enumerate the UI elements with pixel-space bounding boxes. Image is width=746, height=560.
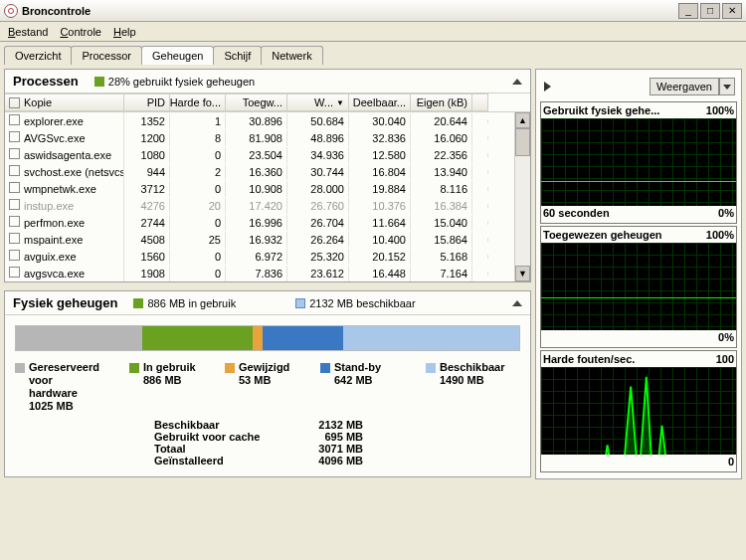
tab-overzicht[interactable]: Overzicht — [4, 46, 72, 65]
processes-panel: Processen 28% gebruikt fysiek geheugen K… — [4, 69, 531, 282]
legend-standby-swatch — [320, 363, 330, 373]
table-row[interactable]: perfmon.exe2744016.99626.70411.66415.040 — [5, 214, 530, 231]
tab-schijf[interactable]: Schijf — [213, 46, 262, 65]
memory-legend: Gereserveerd voor hardware1025 MB In geb… — [5, 355, 530, 413]
memory-bar — [15, 325, 520, 351]
available-icon — [295, 298, 305, 308]
graphs-sidebar: Weergaven Gebruikt fysiek gehe...100% 60… — [535, 69, 742, 479]
inuse-icon — [133, 298, 143, 308]
select-all-checkbox[interactable] — [9, 97, 20, 108]
menu-help[interactable]: Help — [113, 26, 136, 38]
table-row[interactable]: avgsvca.exe190807.83623.61216.4487.164 — [5, 265, 530, 281]
processes-title: Processen — [13, 74, 79, 89]
row-checkbox[interactable] — [9, 182, 20, 193]
col-werkset[interactable]: W... ▼ — [287, 93, 349, 111]
tab-processor[interactable]: Processor — [71, 46, 142, 65]
tab-netwerk[interactable]: Netwerk — [261, 46, 322, 65]
row-checkbox[interactable] — [9, 114, 20, 125]
hard-faults-svg — [541, 367, 736, 455]
process-scroll[interactable]: ▲ ▼ — [514, 112, 530, 281]
col-pid[interactable]: PID — [124, 93, 170, 111]
col-kopie[interactable]: Kopie — [5, 93, 124, 111]
legend-inuse-swatch — [129, 363, 139, 373]
table-row[interactable]: explorer.exe1352130.89650.68430.04020.64… — [5, 112, 530, 129]
table-row[interactable]: instup.exe42762017.42026.76010.37616.384 — [5, 197, 530, 214]
processes-summary: 28% gebruikt fysiek geheugen — [94, 76, 255, 88]
legend-free-swatch — [426, 363, 436, 373]
row-checkbox[interactable] — [9, 148, 20, 159]
table-row[interactable]: AVGSvc.exe1200881.90848.89632.83616.060 — [5, 129, 530, 146]
col-deelbaar[interactable]: Deelbaar... — [349, 93, 411, 111]
views-dropdown[interactable] — [719, 78, 735, 95]
memory-in-use: 886 MB in gebruik — [133, 297, 236, 309]
scroll-thumb[interactable] — [515, 128, 530, 156]
graph-physical: Gebruikt fysiek gehe...100% 60 seconden0… — [540, 101, 737, 224]
memory-available: 2132 MB beschikbaar — [295, 297, 415, 309]
row-checkbox[interactable] — [9, 165, 20, 176]
table-row[interactable]: wmpnetwk.exe3712010.90828.00019.8848.116 — [5, 180, 530, 197]
table-row[interactable]: aswidsagenta.exe1080023.50434.93612.5802… — [5, 146, 530, 163]
play-icon[interactable] — [544, 82, 551, 92]
menu-controle[interactable]: Controle — [60, 26, 101, 38]
row-checkbox[interactable] — [9, 199, 20, 210]
row-checkbox[interactable] — [9, 267, 20, 278]
close-button[interactable]: ✕ — [722, 3, 742, 19]
legend-reserved-swatch — [15, 363, 25, 373]
window-title: Broncontrole — [22, 5, 91, 17]
table-row[interactable]: avguix.exe156006.97225.32020.1525.168 — [5, 248, 530, 265]
table-row[interactable]: svchost.exe (netsvcs)944216.36030.74416.… — [5, 163, 530, 180]
memory-panel: Fysiek geheugen 886 MB in gebruik 2132 M… — [4, 290, 531, 477]
scroll-up-button[interactable]: ▲ — [515, 112, 530, 128]
tab-geheugen[interactable]: Geheugen — [141, 46, 214, 65]
process-rows: explorer.exe1352130.89650.68430.04020.64… — [5, 112, 530, 281]
app-icon — [4, 4, 18, 18]
col-harde-fouten[interactable]: Harde fo... — [170, 93, 226, 111]
memory-collapse-icon[interactable] — [512, 300, 522, 306]
graph-committed: Toegewezen geheugen100% 0% — [540, 226, 737, 348]
memory-stats: Beschikbaar2132 MB Gebruikt voor cache69… — [5, 413, 530, 476]
row-checkbox[interactable] — [9, 233, 20, 244]
row-checkbox[interactable] — [9, 131, 20, 142]
collapse-icon[interactable] — [512, 79, 522, 85]
title-bar: Broncontrole _ □ ✕ — [0, 0, 746, 22]
menu-bestand[interactable]: Bestand — [8, 26, 48, 38]
col-toegewezen[interactable]: Toegw... — [226, 93, 287, 111]
process-table-header: Kopie PID Harde fo... Toegw... W... ▼ De… — [5, 93, 530, 112]
menu-bar: Bestand Controle Help — [0, 22, 746, 42]
row-checkbox[interactable] — [9, 250, 20, 261]
col-scroll-spacer — [472, 93, 488, 111]
views-button[interactable]: Weergaven — [650, 78, 719, 95]
minimize-button[interactable]: _ — [678, 3, 698, 19]
scroll-down-button[interactable]: ▼ — [515, 266, 530, 281]
memory-usage-icon — [94, 77, 104, 87]
maximize-button[interactable]: □ — [700, 3, 720, 19]
tab-bar: Overzicht Processor Geheugen Schijf Netw… — [0, 42, 746, 65]
table-row[interactable]: mspaint.exe45082516.93226.26410.40015.86… — [5, 231, 530, 248]
memory-title: Fysiek geheugen — [13, 295, 117, 310]
row-checkbox[interactable] — [9, 216, 20, 227]
col-eigen[interactable]: Eigen (kB) — [411, 93, 472, 111]
legend-modified-swatch — [225, 363, 235, 373]
graph-hard-faults: Harde fouten/sec.100 0 — [540, 350, 737, 472]
